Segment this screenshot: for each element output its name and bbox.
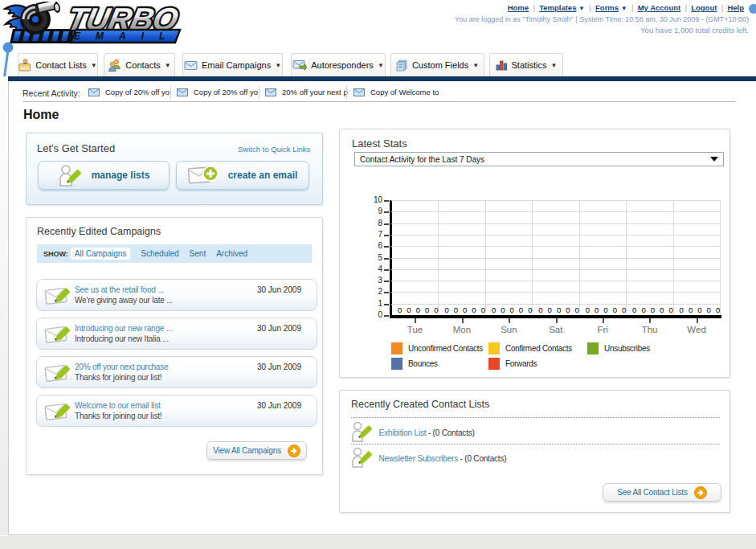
svg-text:EMAIL: EMAIL xyxy=(74,31,180,42)
